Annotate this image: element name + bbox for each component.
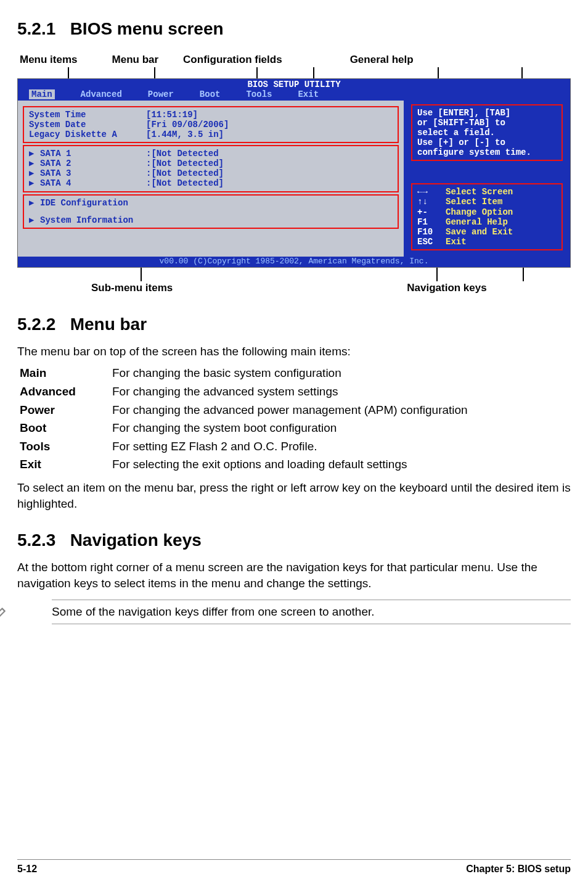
nav-key-row: +-Change Option: [417, 207, 557, 217]
section-title: Navigation keys: [70, 530, 202, 550]
field-value: :[Not Detected]: [146, 168, 224, 178]
table-row: AdvancedFor changing the advanced system…: [17, 382, 571, 401]
def-term: Tools: [17, 437, 110, 456]
field-label: Legacy Diskette A: [29, 130, 146, 139]
submenu-label: IDE Configuration: [40, 198, 128, 208]
def-desc: For changing the system boot configurati…: [110, 419, 571, 437]
bios-menu-power[interactable]: Power: [148, 89, 174, 99]
label-menu-bar: Menu bar: [112, 53, 159, 67]
diagram-top-labels: Menu items Menu bar Configuration fields…: [17, 53, 571, 67]
menubar-intro: The menu bar on top of the screen has th…: [17, 344, 571, 360]
def-term: Power: [17, 401, 110, 419]
field-system-time[interactable]: System Time [11:51:19]: [29, 110, 393, 120]
svg-line-1: [2, 609, 5, 611]
nav-key: ↑↓: [417, 197, 446, 207]
bios-menu-main[interactable]: Main: [29, 89, 55, 99]
page-footer: 5-12 Chapter 5: BIOS setup: [17, 859, 571, 876]
def-term: Boot: [17, 419, 110, 437]
bios-copyright: v00.00 (C)Copyright 1985-2002, American …: [18, 257, 570, 267]
chapter-label: Chapter 5: BIOS setup: [466, 862, 571, 876]
submenu-ide-config[interactable]: ▶ IDE Configuration: [29, 198, 393, 208]
bios-menu-boot[interactable]: Boot: [200, 89, 221, 99]
table-row: MainFor changing the basic system config…: [17, 364, 571, 382]
help-line: configure system time.: [417, 147, 557, 157]
nav-key-row: F1General Help: [417, 217, 557, 227]
bios-title: BIOS SETUP UTILITY: [18, 79, 570, 89]
nav-key-label: Select Item: [446, 197, 502, 207]
menu-definitions-table: MainFor changing the basic system config…: [17, 364, 571, 474]
section-5-2-1-heading: 5.2.1 BIOS menu screen: [17, 17, 571, 41]
bios-left-pane: System Time [11:51:19] System Date [Fri …: [18, 101, 404, 257]
nav-key: +-: [417, 207, 446, 217]
label-submenu-items: Sub-menu items: [91, 281, 173, 295]
note-text: Some of the navigation keys differ from …: [52, 604, 375, 620]
triangle-right-icon: ▶: [29, 149, 40, 159]
nav-key-row: F10Save and Exit: [417, 227, 557, 237]
field-value: :[Not Detected]: [146, 178, 224, 188]
field-legacy-diskette[interactable]: Legacy Diskette A [1.44M, 3.5 in]: [29, 130, 393, 139]
def-desc: For changing the basic system configurat…: [110, 364, 571, 382]
triangle-right-icon: ▶: [29, 159, 40, 168]
section-number: 5.2.1: [17, 19, 55, 38]
field-sata2[interactable]: ▶ SATA 2 :[Not Detected]: [29, 159, 393, 168]
def-desc: For selecting the exit options and loadi…: [110, 455, 571, 474]
def-term: Main: [17, 364, 110, 382]
nav-key-label: Exit: [446, 237, 467, 247]
field-value: [Fri 09/08/2006]: [146, 120, 229, 130]
bios-menu-bar: Main Advanced Power Boot Tools Exit: [18, 89, 570, 101]
label-config-fields: Configuration fields: [183, 53, 282, 67]
pencil-note-icon: [0, 602, 9, 628]
field-sata4[interactable]: ▶ SATA 4 :[Not Detected]: [29, 178, 393, 188]
section-5-2-2-heading: 5.2.2 Menu bar: [17, 313, 571, 336]
section-number: 5.2.3: [17, 530, 55, 550]
table-row: ExitFor selecting the exit options and l…: [17, 455, 571, 474]
menubar-tail: To select an item on the menu bar, press…: [17, 480, 571, 511]
section-title: BIOS menu screen: [70, 19, 224, 38]
bios-menu-tools[interactable]: Tools: [246, 89, 272, 99]
nav-keys-box: ←→Select Screen ↑↓Select Item +-Change O…: [411, 183, 563, 250]
callout-lines-top: [17, 67, 571, 78]
section-title: Menu bar: [70, 315, 147, 334]
field-sata3[interactable]: ▶ SATA 3 :[Not Detected]: [29, 168, 393, 178]
help-line: Use [ENTER], [TAB]: [417, 108, 557, 118]
label-menu-items: Menu items: [20, 53, 78, 67]
field-value: :[Not Detected]: [146, 159, 224, 168]
section-number: 5.2.2: [17, 315, 55, 334]
fields-group-3: ▶ IDE Configuration ▶ System Information: [23, 194, 399, 229]
field-system-date[interactable]: System Date [Fri 09/08/2006]: [29, 120, 393, 130]
nav-key-row: ESCExit: [417, 237, 557, 247]
table-row: BootFor changing the system boot configu…: [17, 419, 571, 437]
section-5-2-3-heading: 5.2.3 Navigation keys: [17, 529, 571, 552]
field-label: SATA 1: [40, 149, 146, 159]
triangle-right-icon: ▶: [29, 198, 40, 208]
nav-key: ESC: [417, 237, 446, 247]
triangle-right-icon: ▶: [29, 215, 40, 225]
nav-key: F1: [417, 217, 446, 227]
nav-key: F10: [417, 227, 446, 237]
triangle-right-icon: ▶: [29, 178, 40, 188]
navkeys-text: At the bottom right corner of a menu scr…: [17, 559, 571, 591]
def-desc: For changing the advanced system setting…: [110, 382, 571, 401]
table-row: ToolsFor setting EZ Flash 2 and O.C. Pro…: [17, 437, 571, 456]
bios-help-pane: Use [ENTER], [TAB] or [SHIFT-TAB] to sel…: [404, 101, 570, 257]
note-block: Some of the navigation keys differ from …: [52, 600, 571, 624]
field-value: [1.44M, 3.5 in]: [146, 130, 224, 139]
help-line: Use [+] or [-] to: [417, 138, 557, 147]
diagram-bottom-labels: Sub-menu items Navigation keys: [17, 281, 571, 295]
help-text-box: Use [ENTER], [TAB] or [SHIFT-TAB] to sel…: [411, 104, 563, 161]
field-label: SATA 4: [40, 178, 146, 188]
fields-group-1: System Time [11:51:19] System Date [Fri …: [23, 106, 399, 143]
field-sata1[interactable]: ▶ SATA 1 :[Not Detected: [29, 149, 393, 159]
nav-key: ←→: [417, 187, 446, 197]
field-value: [11:51:19]: [146, 110, 198, 120]
bios-menu-advanced[interactable]: Advanced: [81, 89, 122, 99]
nav-key-row: ←→Select Screen: [417, 187, 557, 197]
bios-menu-exit[interactable]: Exit: [298, 89, 319, 99]
bios-screenshot: BIOS SETUP UTILITY Main Advanced Power B…: [17, 78, 571, 268]
help-line: or [SHIFT-TAB] to: [417, 118, 557, 128]
page-number: 5-12: [17, 862, 37, 876]
label-navigation-keys: Navigation keys: [407, 281, 486, 295]
field-label: SATA 3: [40, 168, 146, 178]
field-label: SATA 2: [40, 159, 146, 168]
submenu-system-info[interactable]: ▶ System Information: [29, 215, 393, 225]
